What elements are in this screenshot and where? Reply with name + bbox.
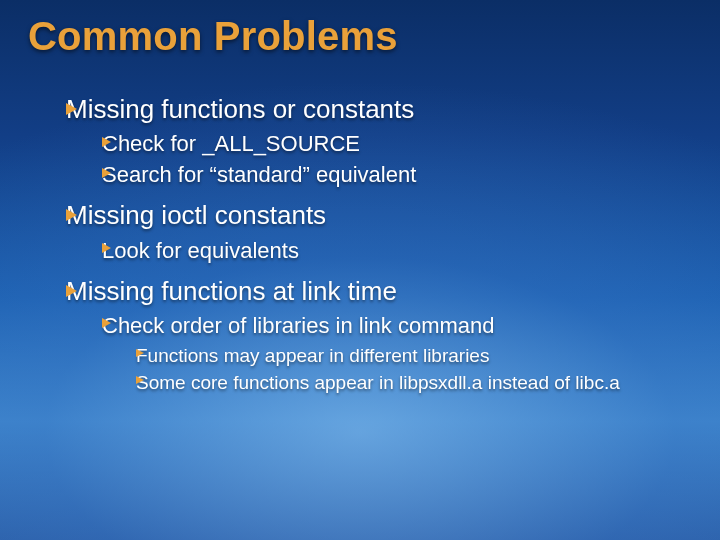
bullet-arrow-icon bbox=[136, 376, 144, 384]
bullet-arrow-icon bbox=[66, 285, 77, 297]
bullet-text: Check for _ALL_SOURCE bbox=[102, 131, 360, 156]
list-item: Missing functions at link time Check ord… bbox=[66, 275, 692, 395]
bullet-arrow-icon bbox=[102, 243, 111, 253]
bullet-list-l2: Check order of libraries in link command… bbox=[66, 311, 692, 395]
bullet-text: Some core functions appear in libpsxdll.… bbox=[136, 372, 620, 393]
bullet-arrow-icon bbox=[136, 349, 144, 357]
bullet-text: Missing ioctl constants bbox=[66, 200, 326, 230]
bullet-text: Missing functions or constants bbox=[66, 94, 414, 124]
list-item: Look for equivalents bbox=[102, 236, 692, 265]
bullet-arrow-icon bbox=[102, 318, 111, 328]
bullet-arrow-icon bbox=[66, 103, 77, 115]
list-item: Functions may appear in different librar… bbox=[136, 343, 692, 368]
slide: Common Problems Missing functions or con… bbox=[0, 0, 720, 540]
bullet-arrow-icon bbox=[102, 168, 111, 178]
bullet-text: Check order of libraries in link command bbox=[102, 313, 495, 338]
bullet-text: Search for “standard” equivalent bbox=[102, 162, 416, 187]
list-item: Check order of libraries in link command… bbox=[102, 311, 692, 395]
bullet-list-l3: Functions may appear in different librar… bbox=[102, 343, 692, 395]
list-item: Missing ioctl constants Look for equival… bbox=[66, 199, 692, 264]
slide-title: Common Problems bbox=[28, 14, 692, 59]
list-item: Check for _ALL_SOURCE bbox=[102, 129, 692, 158]
list-item: Missing functions or constants Check for… bbox=[66, 93, 692, 189]
list-item: Some core functions appear in libpsxdll.… bbox=[136, 370, 692, 395]
bullet-text: Missing functions at link time bbox=[66, 276, 397, 306]
bullet-arrow-icon bbox=[102, 137, 111, 147]
bullet-list-l1: Missing functions or constants Check for… bbox=[28, 93, 692, 395]
bullet-text: Look for equivalents bbox=[102, 238, 299, 263]
bullet-list-l2: Check for _ALL_SOURCE Search for “standa… bbox=[66, 129, 692, 189]
bullet-arrow-icon bbox=[66, 209, 77, 221]
bullet-list-l2: Look for equivalents bbox=[66, 236, 692, 265]
list-item: Search for “standard” equivalent bbox=[102, 160, 692, 189]
bullet-text: Functions may appear in different librar… bbox=[136, 345, 489, 366]
